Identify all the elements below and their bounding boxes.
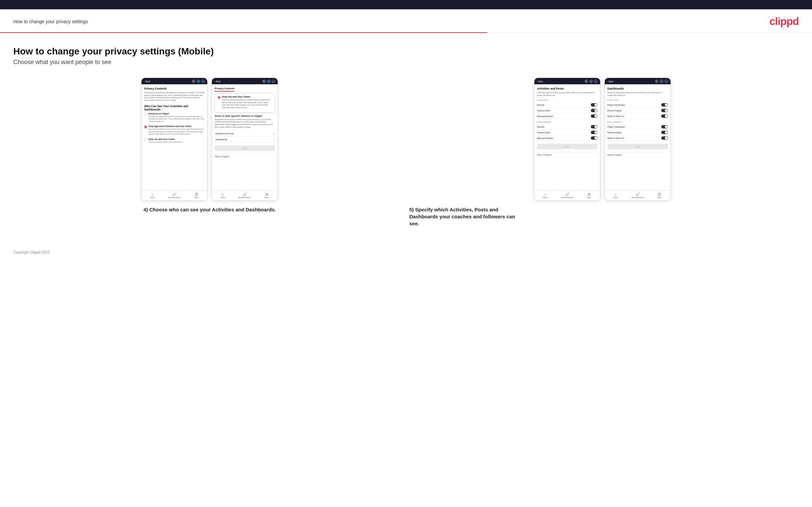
popup-content: Only You and Your Coach Only you and the… (222, 96, 272, 109)
logo: clippd (769, 15, 799, 27)
phone-3-save[interactable]: Save (537, 144, 598, 149)
toggle-coaches-drills[interactable]: Practice Drills (537, 108, 598, 113)
nav-performance-label-4: My Performance (631, 196, 644, 199)
toggle-followers-drills[interactable]: Practice Drills (537, 130, 598, 135)
nav-home[interactable]: ⌂ Home (142, 192, 163, 199)
toggle-followers-manual[interactable]: Manual Activities (537, 135, 598, 141)
nav-home-label: Home (150, 196, 155, 199)
toggle-coaches-rounds-switch[interactable] (591, 103, 598, 107)
nav-performance[interactable]: 📈 My Performance (163, 192, 185, 199)
profile-icon-4[interactable]: 👤 (660, 79, 663, 83)
followers-label-4: FOLLOWERS (607, 121, 668, 123)
phone-2-bottom-nav: ⌂ Home 📈 My Performance ☰ Menu (212, 190, 277, 201)
popup-radio[interactable] (217, 96, 220, 99)
performance-icon: 📈 (172, 192, 176, 196)
radio-followers[interactable] (144, 125, 147, 128)
menu-icon: ☰ (195, 192, 198, 196)
nav-menu[interactable]: ☰ Menu (185, 192, 207, 199)
profile-icon-3[interactable]: 👤 (590, 79, 593, 83)
phone-2-tab[interactable]: Privacy Controls (214, 87, 235, 92)
phone-2-save[interactable]: Save (214, 145, 275, 151)
profile-icon[interactable]: 👤 (197, 79, 200, 83)
popup-radio-row: Only You and Your Coach Only you and the… (217, 96, 272, 109)
nav-menu-label-3: Menu (587, 196, 591, 199)
toggle-coaches-rounds[interactable]: Rounds (537, 102, 598, 108)
list-item-dashboards-label: Dashboards (215, 138, 227, 141)
toggle-followers-insights-switch[interactable] (661, 131, 668, 134)
phone-3-desc: Select the types of activity that you'd … (537, 92, 598, 97)
phone-4-save[interactable]: Save (607, 144, 668, 149)
privacy-option-followers-text: Only Approved Followers and Your Coach O… (148, 125, 205, 135)
toggle-coaches-player[interactable]: Player Dashboard (607, 102, 668, 108)
nav-performance-4[interactable]: 📈 My Performance (627, 192, 649, 199)
toggle-coaches-player-switch[interactable] (661, 103, 668, 107)
settings-icon[interactable]: ⚙ (201, 79, 205, 83)
nav-menu-2[interactable]: ☰ Menu (256, 192, 277, 199)
toggle-coaches-manual-switch[interactable] (591, 114, 598, 118)
phone-4-help[interactable]: Help & Support (607, 152, 668, 157)
phone-3-help[interactable]: Help & Support (537, 152, 598, 157)
nav-home-2[interactable]: ⌂ Home (212, 192, 234, 199)
nav-home-4[interactable]: ⌂ Home (605, 192, 627, 199)
phone-2-back[interactable]: ‹ Back (214, 80, 221, 82)
nav-menu-3[interactable]: ☰ Menu (578, 192, 600, 199)
toggle-coaches-workon-switch[interactable] (661, 114, 668, 118)
phone-3-topbar: ‹ Back 🔍 👤 ⚙ (535, 78, 600, 84)
toggle-followers-workon[interactable]: What To Work On (607, 135, 668, 141)
toggle-coaches-rounds-label: Rounds (537, 104, 544, 106)
toggle-followers-workon-switch[interactable] (661, 136, 668, 140)
phone-2-help[interactable]: Help & Support (214, 154, 275, 159)
toggle-followers-rounds[interactable]: Rounds (537, 124, 598, 130)
menu-icon-4: ☰ (658, 192, 661, 196)
toggle-followers-player-switch[interactable] (661, 125, 668, 128)
phone-4-body: Dashboards Select the dashboards that yo… (605, 84, 670, 190)
home-icon: ⌂ (151, 192, 153, 196)
toggle-coaches-insights[interactable]: Round Insights (607, 108, 668, 113)
search-icon-3[interactable]: 🔍 (585, 79, 588, 83)
toggle-followers-insights[interactable]: Round Insights (607, 130, 668, 135)
nav-home-3[interactable]: ⌂ Home (535, 192, 556, 199)
popup-title: Only You and Your Coach (222, 96, 272, 98)
list-item-activities-label: Activities and Posts (215, 132, 234, 135)
search-icon[interactable]: 🔍 (192, 79, 195, 83)
nav-performance-2[interactable]: 📈 My Performance (234, 192, 256, 199)
list-item-activities[interactable]: Activities and Posts › (214, 131, 275, 137)
toggle-followers-rounds-switch[interactable] (591, 125, 598, 128)
phone-4-topbar: ‹ Back 🔍 👤 ⚙ (605, 78, 670, 84)
nav-performance-label: My Performance (168, 196, 181, 199)
search-icon-4[interactable]: 🔍 (655, 79, 659, 83)
toggle-coaches-manual[interactable]: Manual Activities (537, 113, 598, 119)
page-subtitle: Choose what you want people to see (13, 59, 799, 66)
toggle-coaches-insights-switch[interactable] (661, 109, 668, 112)
search-icon-2[interactable]: 🔍 (262, 79, 266, 83)
privacy-option-followers[interactable]: Only Approved Followers and Your Coach O… (144, 125, 205, 135)
group-right: ‹ Back 🔍 👤 ⚙ Activities and Posts Select… (406, 78, 799, 227)
toggle-followers-drills-switch[interactable] (591, 131, 598, 134)
phone-4-back[interactable]: ‹ Back (607, 80, 614, 82)
toggle-followers-insights-label: Round Insights (607, 131, 622, 134)
profile-icon-2[interactable]: 👤 (267, 79, 270, 83)
settings-icon-2[interactable]: ⚙ (272, 79, 275, 83)
radio-followers-inner (145, 126, 146, 128)
phone-3-back[interactable]: ‹ Back (537, 80, 543, 82)
settings-icon-3[interactable]: ⚙ (594, 79, 598, 83)
nav-home-label-3: Home (543, 196, 547, 199)
phone-1-back[interactable]: ‹ Back (144, 80, 150, 82)
list-item-dashboards[interactable]: Dashboards › (214, 137, 275, 143)
nav-performance-3[interactable]: 📈 My Performance (556, 192, 578, 199)
privacy-option-everyone[interactable]: Everyone on Clippd Everyone on Clippd ca… (144, 112, 205, 123)
toggle-followers-player[interactable]: Player Dashboard (607, 124, 668, 130)
phone-3-bottom-nav: ⌂ Home 📈 My Performance ☰ Menu (535, 190, 600, 201)
settings-icon-4[interactable]: ⚙ (665, 79, 668, 83)
toggle-coaches-workon[interactable]: What To Work On (607, 113, 668, 119)
toggle-coaches-drills-switch[interactable] (591, 109, 598, 112)
caption-right-text: 5) Specify which Activities, Posts and D… (409, 206, 522, 227)
home-icon-4: ⌂ (615, 192, 617, 196)
toggle-followers-manual-switch[interactable] (591, 136, 598, 140)
radio-coach[interactable] (144, 138, 147, 142)
screenshots-container: ‹ Back 🔍 👤 ⚙ Privacy Controls Control ho… (13, 78, 799, 227)
nav-menu-4[interactable]: ☰ Menu (649, 192, 670, 199)
radio-everyone[interactable] (144, 113, 147, 116)
home-icon-3: ⌂ (544, 192, 546, 196)
privacy-option-coach[interactable]: Only You and Your Coach Only you and the… (144, 138, 205, 143)
